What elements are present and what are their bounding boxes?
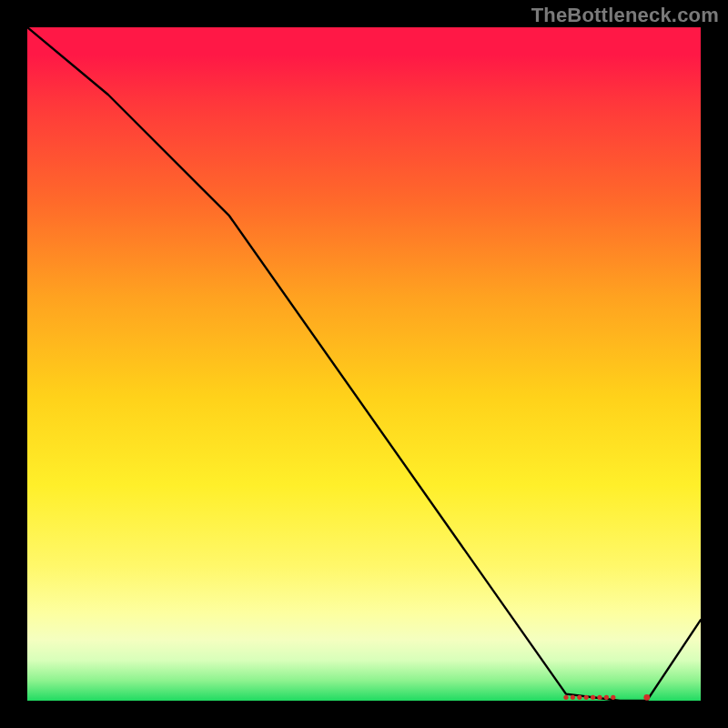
marker-dot <box>571 695 575 700</box>
marker-dot <box>591 695 595 700</box>
marker-dot <box>597 695 602 700</box>
curve-path <box>27 27 701 701</box>
line-series <box>27 27 701 701</box>
marker-dot <box>611 695 615 700</box>
watermark-text: TheBottleneck.com <box>531 4 719 27</box>
plot-area <box>27 27 701 701</box>
chart-frame: TheBottleneck.com <box>0 0 728 728</box>
marker-dot <box>604 695 609 700</box>
marker-dot <box>563 695 568 700</box>
marker-dot <box>584 695 589 700</box>
marker-dot <box>643 694 650 701</box>
marker-dot <box>577 695 581 700</box>
